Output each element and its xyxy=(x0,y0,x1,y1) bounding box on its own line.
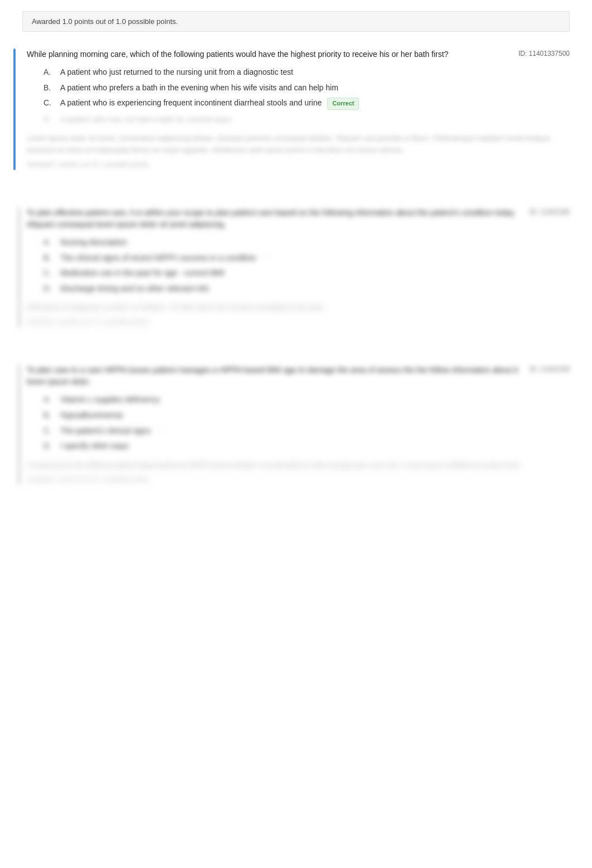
correct-badge: Correct xyxy=(327,98,359,109)
question-2-text: To plan effective patient care, it is wi… xyxy=(27,207,530,230)
q2-answer-c: C. Medication use in the past for age - … xyxy=(43,268,570,279)
question-2-answers: A. Nursing description B. The clinical s… xyxy=(43,237,570,294)
answer-a-text: A patient who just returned to the nursi… xyxy=(60,67,293,78)
q3-answer-b: B. Hypoalbuminemia xyxy=(43,410,570,421)
q2-answer-a-text: Nursing description xyxy=(60,237,127,248)
q2-answer-c-text: Medication use in the past for age - cur… xyxy=(60,268,225,279)
q3-answer-d-text: I specify other ways xyxy=(60,441,129,452)
q2-answer-d: D. Discharge timing and no other relevan… xyxy=(43,283,570,295)
question-3-text: To plan care to a care HIPPA issues pati… xyxy=(27,364,530,388)
q2-answer-b-text: The clinical signs of recent NIPPV succe… xyxy=(60,253,256,264)
q2-answer-b-letter: B. xyxy=(43,253,60,264)
question-3-answers: A. Vitamin c supplies deficiency B. Hypo… xyxy=(43,394,570,451)
question-2-explanation: Whichever of diagnosis a which a conditi… xyxy=(27,302,570,327)
q3-answer-c: C. The patient's clinical signs · · · xyxy=(43,426,570,437)
answer-d: D. A patient who has not had a bath for … xyxy=(43,114,570,126)
q2-answer-d-text: Discharge timing and no other relevant i… xyxy=(60,283,209,295)
answer-b-letter: B. xyxy=(43,83,60,94)
q3-answer-c-letter: C. xyxy=(43,426,60,437)
question-1-text: While planning morning care, which of th… xyxy=(27,49,518,60)
answer-b-text: A patient who prefers a bath in the even… xyxy=(60,83,338,94)
question-3-block: To plan care to a care HIPPA issues pati… xyxy=(22,364,570,485)
q2-answer-d-letter: D. xyxy=(43,283,60,295)
answer-c-letter: C. xyxy=(43,98,60,109)
question-3-bar xyxy=(18,364,20,485)
answer-c: C. A patient who is experiencing frequen… xyxy=(43,98,570,109)
q3-answer-a-letter: A. xyxy=(43,394,60,406)
rationale-text: Awarded 1 points out of 1 possible point… xyxy=(27,160,570,170)
q3-rationale-text: Awarded 1 points out of 1 possible point… xyxy=(27,474,570,485)
question-3-explanation: A assessment this different patient hype… xyxy=(27,460,570,485)
answer-a-letter: A. xyxy=(43,67,60,78)
answer-d-letter: D. xyxy=(43,114,60,126)
q3-answer-c-text: The patient's clinical signs xyxy=(60,426,151,437)
question-1-id: ID: 11401337500 xyxy=(518,50,570,57)
q3-answer-b-letter: B. xyxy=(43,410,60,421)
question-2-block: To plan effective patient care, it is wi… xyxy=(22,207,570,327)
question-1-header: While planning morning care, which of th… xyxy=(27,49,570,60)
question-1-explanation: Lorem ipsum dolor sit amet, consectetur … xyxy=(27,133,570,170)
q2-answer-b: B. The clinical signs of recent NIPPV su… xyxy=(43,253,570,264)
q2-rationale-text: Awarded 1 points out of 1 possible point… xyxy=(27,317,570,327)
q3-answer-a-text: Vitamin c supplies deficiency xyxy=(60,394,160,406)
answer-c-text: A patient who is experiencing frequent i… xyxy=(60,98,322,109)
answer-a: A. A patient who just returned to the nu… xyxy=(43,67,570,78)
awarded-text: Awarded 1.0 points out of 1.0 possible p… xyxy=(32,17,178,26)
question-3-header: To plan care to a care HIPPA issues pati… xyxy=(27,364,570,388)
question-2-bar xyxy=(18,207,20,327)
question-2-id: ID: 11401330 xyxy=(530,208,570,216)
question-3-id: ID: 11401330 xyxy=(530,365,570,373)
q3-answer-d: D. I specify other ways xyxy=(43,441,570,452)
q3-answer-a: A. Vitamin c supplies deficiency xyxy=(43,394,570,406)
q3-explanation-text: A assessment this different patient hype… xyxy=(27,460,570,471)
question-1-block: While planning morning care, which of th… xyxy=(22,49,570,170)
q2-answer-c-letter: C. xyxy=(43,268,60,279)
q2-explanation-text: Whichever of diagnosis a which a conditi… xyxy=(27,302,570,314)
explanation-text: Lorem ipsum dolor sit amet, consectetur … xyxy=(27,133,570,156)
q3-answer-d-letter: D. xyxy=(43,441,60,452)
q3-answer-b-text: Hypoalbuminemia xyxy=(60,410,123,421)
awarded-banner: Awarded 1.0 points out of 1.0 possible p… xyxy=(22,11,570,32)
question-1-answers: A. A patient who just returned to the nu… xyxy=(43,67,570,125)
q2-answer-a: A. Nursing description xyxy=(43,237,570,248)
answer-d-text: A patient who has not had a bath for sev… xyxy=(60,114,231,126)
answer-b: B. A patient who prefers a bath in the e… xyxy=(43,83,570,94)
q2-answer-a-letter: A. xyxy=(43,237,60,248)
question-2-header: To plan effective patient care, it is wi… xyxy=(27,207,570,230)
question-1-bar xyxy=(13,49,16,170)
